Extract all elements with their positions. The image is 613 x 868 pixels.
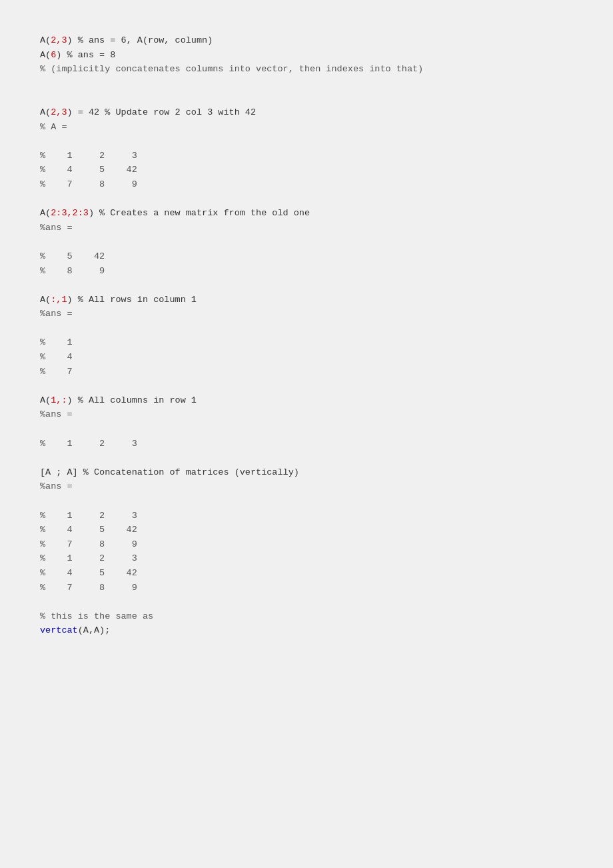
code-token-comment: % 1 2 3 (40, 439, 137, 449)
code-token-normal: A( (40, 295, 51, 305)
code-line: % 1 2 3 (40, 437, 573, 451)
code-line: %ans = (40, 407, 573, 422)
empty-line (40, 77, 573, 91)
code-token-comment: % this is the same as (40, 611, 153, 621)
code-token-index: :,1 (51, 295, 67, 305)
code-line: % 4 5 42 (40, 523, 573, 537)
code-line: A(2:3,2:3) % Creates a new matrix from t… (40, 206, 573, 221)
code-line: % 1 2 3 (40, 551, 573, 566)
code-line: % 4 5 42 (40, 163, 573, 177)
code-token-normal: ) % ans = 8 (56, 50, 115, 60)
code-token-index: 1,: (51, 395, 67, 405)
code-token-normal: A( (40, 35, 51, 45)
code-token-index: 2,3 (51, 107, 67, 117)
code-line: % 8 9 (40, 264, 573, 279)
code-line: % 5 42 (40, 249, 573, 264)
code-line: %ans = (40, 221, 573, 235)
empty-line (40, 494, 573, 509)
code-token-keyword: vertcat (40, 625, 78, 635)
code-line: A(2,3) = 42 % Update row 2 col 3 with 42 (40, 105, 573, 120)
empty-line (40, 235, 573, 249)
code-token-comment: % 7 8 9 (40, 539, 137, 549)
code-token-comment: % 1 2 3 (40, 151, 137, 161)
code-token-index: 2:3,2:3 (51, 208, 89, 218)
code-line: % 1 (40, 335, 573, 350)
code-token-comment: % 4 5 42 (40, 568, 137, 578)
code-line: % 1 2 3 (40, 149, 573, 163)
code-token-normal: A( (40, 50, 51, 60)
empty-line (40, 379, 573, 393)
code-token-comment: % 1 2 3 (40, 553, 137, 563)
code-line: % 4 5 42 (40, 566, 573, 581)
code-token-normal: ) % All columns in row 1 (67, 395, 197, 405)
code-token-normal: A( (40, 208, 51, 218)
code-line: % this is the same as (40, 609, 573, 624)
code-line: % 7 8 9 (40, 537, 573, 552)
code-line: % (implicitly concatenates columns into … (40, 62, 573, 77)
code-line: A(:,1) % All rows in column 1 (40, 293, 573, 307)
code-token-comment: %ans = (40, 409, 73, 419)
code-line: % 4 (40, 350, 573, 365)
code-token-normal: [A ; A] % Concatenation of matrices (ver… (40, 467, 299, 477)
empty-line (40, 321, 573, 336)
code-line: %ans = (40, 479, 573, 494)
code-token-comment: % 4 (40, 352, 73, 362)
code-line: % 7 (40, 365, 573, 379)
code-token-normal: ) % All rows in column 1 (67, 295, 197, 305)
code-token-comment: % 4 5 42 (40, 525, 137, 535)
code-line: % 7 8 9 (40, 581, 573, 595)
code-token-normal: (A,A); (78, 625, 111, 635)
code-line: [A ; A] % Concatenation of matrices (ver… (40, 465, 573, 480)
code-token-comment: % 7 (40, 367, 73, 377)
code-token-comment: % 8 9 (40, 266, 105, 276)
code-line: % 7 8 9 (40, 177, 573, 192)
code-token-normal: ) = 42 % Update row 2 col 3 with 42 (67, 107, 257, 117)
code-token-comment: % 5 42 (40, 251, 105, 261)
code-token-normal: ) % ans = 6, A(row, column) (67, 35, 213, 45)
code-line: vertcat(A,A); (40, 623, 573, 638)
empty-line (40, 134, 573, 149)
empty-line (40, 192, 573, 207)
code-token-normal: ) % Creates a new matrix from the old on… (89, 208, 310, 218)
code-token-comment: % A = (40, 122, 67, 132)
code-token-comment: % 7 8 9 (40, 583, 137, 593)
empty-line (40, 595, 573, 609)
code-token-comment: %ans = (40, 309, 73, 319)
empty-line (40, 91, 573, 105)
code-line: % 1 2 3 (40, 509, 573, 523)
code-token-normal: A( (40, 395, 51, 405)
code-line: % A = (40, 120, 573, 135)
code-line: A(6) % ans = 8 (40, 48, 573, 63)
code-line: A(1,:) % All columns in row 1 (40, 393, 573, 408)
code-token-comment: % 7 8 9 (40, 179, 137, 189)
code-token-index: 2,3 (51, 35, 67, 45)
empty-line (40, 422, 573, 437)
code-token-comment: % 1 2 3 (40, 511, 137, 521)
code-token-comment: % (implicitly concatenates columns into … (40, 64, 423, 74)
code-token-comment: % 1 (40, 337, 73, 347)
code-line: A(2,3) % ans = 6, A(row, column) (40, 33, 573, 48)
code-token-comment: % 4 5 42 (40, 165, 137, 175)
code-block: A(2,3) % ans = 6, A(row, column)A(6) % a… (40, 27, 573, 645)
empty-line (40, 278, 573, 293)
code-token-normal: A( (40, 107, 51, 117)
code-token-comment: %ans = (40, 223, 73, 233)
code-token-comment: %ans = (40, 481, 73, 491)
empty-line (40, 451, 573, 465)
code-line: %ans = (40, 307, 573, 321)
